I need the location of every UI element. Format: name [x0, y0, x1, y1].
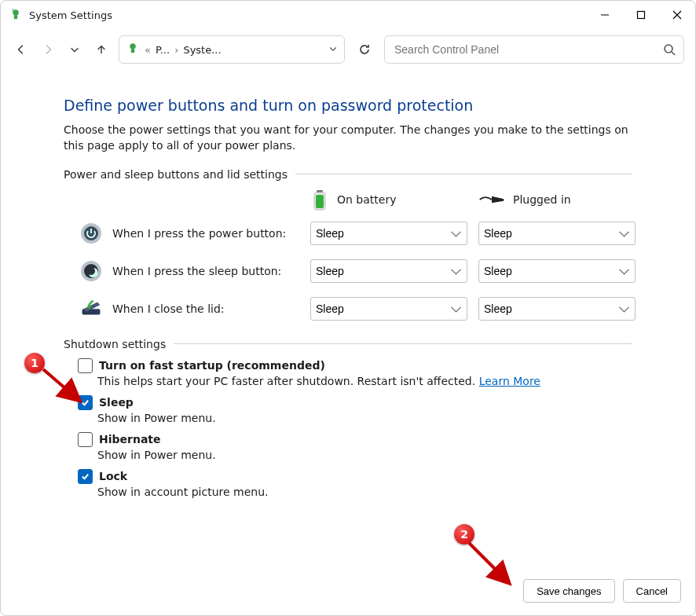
- svg-marker-9: [492, 196, 504, 203]
- lock-item: Lock Show in account picture menu.: [78, 469, 632, 498]
- shutdown-section-title: Shutdown settings: [64, 338, 166, 350]
- app-icon: [9, 8, 23, 22]
- breadcrumb-seg-2[interactable]: Syste...: [183, 44, 221, 56]
- content-area: Define power buttons and turn on passwor…: [1, 75, 695, 579]
- power-button-plugged-select[interactable]: Sleep: [478, 222, 636, 245]
- nav-up-button[interactable]: [92, 40, 111, 59]
- close-lid-battery-select[interactable]: Sleep: [310, 297, 467, 321]
- close-lid-row: When I close the lid: Sleep Sleep: [79, 297, 632, 321]
- col-on-battery: On battery: [310, 189, 467, 211]
- lock-label: Lock: [99, 470, 127, 482]
- svg-rect-2: [638, 12, 645, 19]
- plug-icon: [478, 193, 505, 206]
- close-lid-plugged-select[interactable]: Sleep: [478, 297, 636, 321]
- sleep-button-label: When I press the sleep button:: [112, 265, 281, 277]
- save-changes-button[interactable]: Save changes: [523, 579, 614, 603]
- sleep-item: Sleep Show in Power menu.: [78, 395, 632, 424]
- col-plugged-in: Plugged in: [478, 193, 636, 206]
- lock-desc: Show in account picture menu.: [97, 486, 632, 498]
- toolbar: « P... › Syste...: [1, 29, 695, 75]
- power-button-icon: [79, 222, 103, 245]
- cancel-button[interactable]: Cancel: [623, 579, 681, 603]
- footer: Save changes Cancel: [1, 579, 695, 615]
- breadcrumb[interactable]: « P... › Syste...: [119, 35, 345, 64]
- learn-more-link[interactable]: Learn More: [479, 375, 540, 387]
- power-button-row: When I press the power button: Sleep Sle…: [79, 222, 632, 245]
- chevron-right-icon: ›: [174, 44, 178, 56]
- search-input[interactable]: [393, 42, 663, 57]
- breadcrumb-seg-1[interactable]: P...: [156, 44, 170, 56]
- shutdown-section-header: Shutdown settings: [64, 338, 632, 350]
- svg-rect-1: [14, 15, 18, 19]
- nav-back-button[interactable]: [12, 40, 31, 59]
- window-title: System Settings: [29, 9, 112, 21]
- power-button-battery-select[interactable]: Sleep: [310, 222, 467, 245]
- power-button-label: When I press the power button:: [112, 227, 286, 240]
- col-plugged-in-label: Plugged in: [513, 193, 571, 206]
- power-columns-header: On battery Plugged in: [79, 189, 632, 211]
- chevron-down-icon[interactable]: [328, 44, 338, 56]
- fast-startup-label: Turn on fast startup (recommended): [99, 359, 325, 372]
- window: System Settings « P... › Syste... Define…: [0, 0, 696, 616]
- sleep-button-row: When I press the sleep button: Sleep Sle…: [79, 259, 632, 283]
- lock-checkbox[interactable]: [78, 469, 93, 484]
- sleep-button-plugged-select[interactable]: Sleep: [478, 259, 636, 283]
- minimize-button[interactable]: [587, 1, 623, 29]
- maximize-button[interactable]: [623, 1, 659, 29]
- buttons-section-title: Power and sleep buttons and lid settings: [64, 168, 288, 181]
- titlebar: System Settings: [1, 1, 695, 29]
- sleep-desc: Show in Power menu.: [97, 412, 632, 424]
- hibernate-item: Hibernate Show in Power menu.: [78, 432, 632, 461]
- breadcrumb-sep-icon: «: [145, 44, 151, 56]
- sleep-label: Sleep: [99, 396, 134, 409]
- breadcrumb-icon: [126, 42, 140, 58]
- hibernate-checkbox[interactable]: [78, 432, 93, 447]
- fast-startup-desc: This helps start your PC faster after sh…: [97, 375, 632, 387]
- search-box[interactable]: [384, 35, 684, 64]
- battery-icon: [310, 189, 329, 211]
- sleep-checkbox[interactable]: [78, 395, 93, 410]
- refresh-button[interactable]: [353, 38, 376, 61]
- page-heading: Define power buttons and turn on passwor…: [64, 97, 632, 114]
- page-intro: Choose the power settings that you want …: [64, 122, 629, 154]
- fast-startup-item: Turn on fast startup (recommended) This …: [78, 358, 632, 387]
- svg-point-5: [665, 45, 672, 53]
- buttons-section-header: Power and sleep buttons and lid settings: [64, 168, 632, 181]
- hibernate-label: Hibernate: [99, 433, 161, 446]
- col-on-battery-label: On battery: [337, 193, 396, 206]
- svg-rect-8: [316, 195, 324, 208]
- close-lid-icon: [79, 297, 103, 321]
- close-lid-label: When I close the lid:: [112, 302, 225, 315]
- nav-recent-button[interactable]: [65, 40, 84, 59]
- sleep-button-icon: [79, 259, 103, 283]
- shutdown-list: Turn on fast startup (recommended) This …: [78, 358, 632, 498]
- callout-1: 1: [24, 353, 45, 373]
- svg-rect-4: [131, 49, 135, 53]
- sleep-button-battery-select[interactable]: Sleep: [310, 259, 467, 283]
- hibernate-desc: Show in Power menu.: [97, 449, 632, 461]
- nav-forward-button[interactable]: [38, 40, 57, 59]
- close-button[interactable]: [659, 1, 695, 29]
- fast-startup-checkbox[interactable]: [78, 358, 93, 373]
- search-icon: [663, 43, 676, 56]
- svg-point-3: [130, 43, 136, 50]
- callout-2: 2: [454, 524, 474, 544]
